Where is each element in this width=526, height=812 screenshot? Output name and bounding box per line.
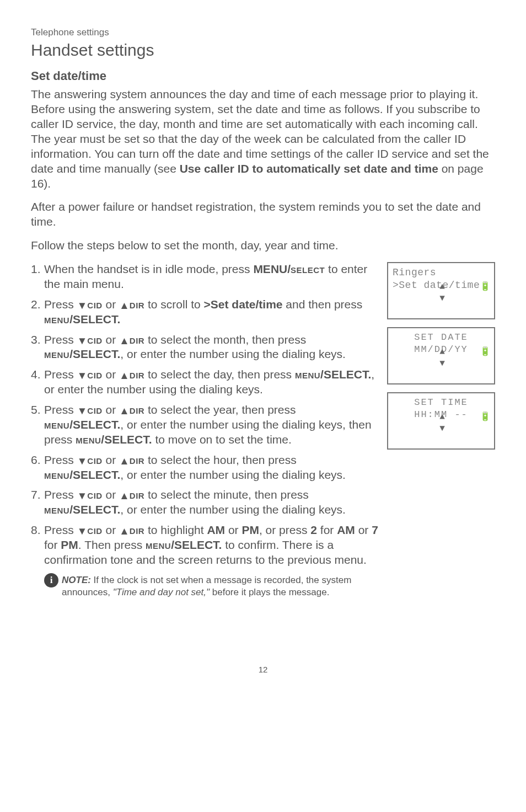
section-kicker: Telephone settings	[31, 26, 495, 39]
text: to select the year, then press	[144, 403, 296, 416]
text-bold: /SELECT.	[69, 418, 120, 431]
text: to scroll to	[144, 298, 203, 311]
text: Press	[44, 403, 77, 416]
text: , or press	[259, 523, 310, 536]
cid-label: cid	[87, 333, 102, 346]
down-triangle-icon: ▼	[77, 370, 88, 381]
up-triangle-icon: ▲	[119, 335, 130, 346]
lcd-line-1: Ringers	[393, 266, 490, 279]
text: to select the hour, then press	[144, 453, 297, 466]
menu-label: menu	[44, 313, 69, 325]
text: , or enter the number using the dialing …	[120, 348, 346, 360]
updown-icon: ▲▼	[409, 412, 475, 434]
p1-bold: Use caller ID to automatically set date …	[180, 162, 438, 175]
updown-icon: ▲▼	[409, 281, 475, 304]
text: Press	[44, 488, 77, 501]
down-triangle-icon: ▼	[77, 526, 88, 536]
text: Press	[44, 368, 77, 381]
text-bold: /SELECT.	[69, 503, 120, 516]
text: for	[44, 538, 61, 551]
menu-target: >Set date/time	[204, 298, 283, 311]
cid-label: cid	[87, 453, 102, 466]
down-triangle-icon: ▼	[77, 405, 88, 416]
dir-label: dir	[130, 453, 144, 466]
intro-paragraph-1: The answering system announces the day a…	[31, 87, 495, 191]
menu-label: menu	[44, 468, 69, 481]
dir-label: dir	[130, 403, 144, 416]
am-label: AM	[207, 523, 225, 536]
step-number: 4.	[31, 367, 44, 397]
step-7: 7. Press ▼cid or ▲dir to select the minu…	[31, 488, 378, 517]
text: to move on to set the time.	[152, 433, 292, 446]
pm-label: PM	[241, 523, 259, 536]
text: or	[103, 368, 119, 381]
text: Press	[44, 453, 77, 466]
step-number: 1.	[31, 262, 44, 292]
am-label: AM	[337, 523, 355, 536]
menu-label: menu	[44, 418, 69, 431]
menu-label: menu	[146, 538, 171, 551]
menu-label: menu	[76, 433, 101, 446]
key-7: 7	[372, 523, 378, 536]
text: Press	[44, 298, 77, 311]
text: When the handset is in idle mode, press	[44, 263, 253, 275]
subsection-title: Set date/time	[31, 68, 495, 84]
lcd-previews: Ringers >Set date/time ▲▼🔋 SET DATE MM/D…	[387, 262, 495, 450]
dir-label: dir	[130, 333, 144, 346]
step-1: 1. When the handset is in idle mode, pre…	[31, 262, 378, 292]
intro-paragraph-2: After a power failure or handset registr…	[31, 200, 495, 229]
steps-list: 1. When the handset is in idle mode, pre…	[31, 262, 378, 598]
down-triangle-icon: ▼	[77, 490, 88, 501]
text: or	[103, 403, 119, 416]
text-bold: MENU/	[253, 263, 291, 275]
step-2: 2. Press ▼cid or ▲dir to scroll to >Set …	[31, 297, 378, 327]
up-triangle-icon: ▲	[119, 490, 130, 501]
up-triangle-icon: ▲	[119, 526, 130, 536]
dir-label: dir	[130, 523, 144, 536]
text: to highlight	[144, 523, 207, 536]
updown-icon: ▲▼	[409, 346, 475, 369]
text: Press	[44, 523, 77, 536]
step-5: 5. Press ▼cid or ▲dir to select the year…	[31, 403, 378, 447]
text: . Then press	[78, 538, 146, 551]
step-number: 7.	[31, 488, 44, 517]
text: , or enter the number using the dialing …	[120, 503, 346, 516]
step-number: 3.	[31, 333, 44, 362]
intro-paragraph-3: Follow the steps below to set the month,…	[31, 238, 495, 253]
text: to select the day, then press	[144, 368, 295, 381]
cid-label: cid	[87, 368, 102, 381]
dir-label: dir	[130, 488, 144, 501]
text-bold: /SELECT.	[69, 348, 120, 360]
info-icon: i	[44, 573, 58, 587]
text: to select the month, then press	[144, 333, 306, 346]
text: , or enter the number using the dialing …	[120, 468, 346, 481]
text: for	[317, 523, 337, 536]
up-triangle-icon: ▲	[119, 370, 130, 381]
text: to select the minute, then press	[144, 488, 309, 501]
dir-label: dir	[130, 298, 144, 311]
step-6: 6. Press ▼cid or ▲dir to select the hour…	[31, 453, 378, 483]
text-bold: /SELECT.	[171, 538, 222, 551]
key-2: 2	[310, 523, 317, 536]
note-block: i NOTE: If the clock is not set when a m…	[31, 574, 378, 599]
up-triangle-icon: ▲	[119, 405, 130, 416]
step-number: 8.	[31, 523, 44, 568]
dir-label: dir	[130, 368, 144, 381]
lcd-line-1: SET TIME	[393, 397, 490, 409]
text: and then press	[283, 298, 363, 311]
cid-label: cid	[87, 488, 102, 501]
text-bold: /SELECT.	[69, 313, 120, 325]
step-3: 3. Press ▼cid or ▲dir to select the mont…	[31, 333, 378, 362]
text: or	[225, 523, 241, 536]
text-bold: /SELECT.	[101, 433, 152, 446]
lcd-line-1: SET DATE	[393, 332, 490, 344]
note-tail: before it plays the message.	[210, 587, 329, 597]
text-smallcaps: select	[291, 263, 325, 275]
text: Press	[44, 333, 77, 346]
step-number: 5.	[31, 403, 44, 447]
menu-label: menu	[44, 348, 69, 360]
step-number: 6.	[31, 453, 44, 483]
note-quote: "Time and day not set,"	[113, 587, 210, 597]
battery-icon: 🔋	[475, 281, 494, 304]
lcd-screen-menu: Ringers >Set date/time ▲▼🔋	[387, 262, 495, 319]
